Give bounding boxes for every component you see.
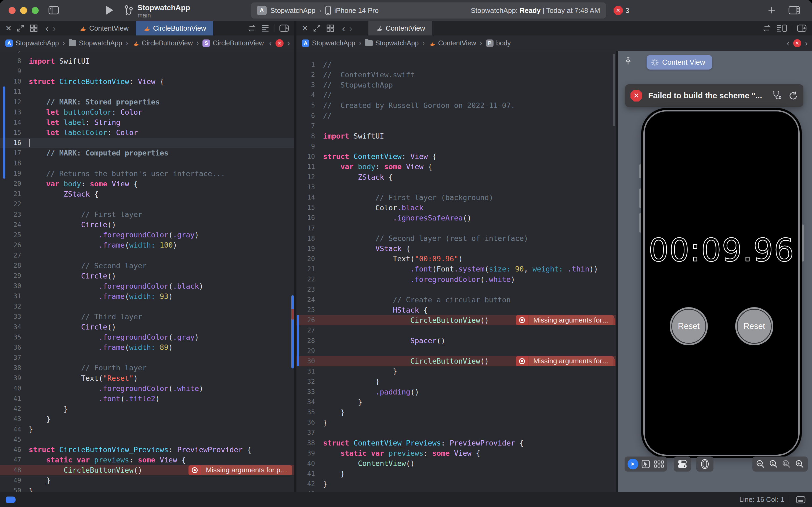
code-line[interactable]: 24 Circle() xyxy=(0,220,294,230)
selectable-mode-button[interactable] xyxy=(641,459,651,469)
code-line[interactable]: 19 VStack { xyxy=(296,243,616,254)
code-line[interactable]: 32 } xyxy=(296,377,616,387)
code-line[interactable]: 37 xyxy=(296,428,616,438)
pane-divider[interactable] xyxy=(294,21,296,492)
code-line[interactable]: 35 } xyxy=(296,407,616,417)
scheme-app-name[interactable]: StopwatchApp xyxy=(271,6,315,15)
next-issue-icon[interactable]: › xyxy=(287,39,290,48)
code-line[interactable]: 43 xyxy=(296,489,616,492)
code-line[interactable]: 19 // Returns the button's user interfac… xyxy=(0,168,294,179)
code-line[interactable]: 27 xyxy=(0,250,294,261)
canvas-divider[interactable] xyxy=(616,51,618,492)
code-line[interactable]: 18 // Second layer (rest of interface) xyxy=(296,233,616,243)
code-line[interactable]: 31 } xyxy=(296,366,616,377)
prev-issue-icon[interactable]: ‹ xyxy=(269,39,272,48)
code-line[interactable]: 29 xyxy=(296,346,616,356)
code-line[interactable]: 48 CircleButtonView()Missing arguments f… xyxy=(0,465,294,475)
code-line[interactable]: 34 } xyxy=(296,397,616,407)
code-line[interactable]: 17 xyxy=(296,223,616,233)
preview-device-button[interactable] xyxy=(696,456,713,471)
close-editor-icon[interactable]: ✕ xyxy=(302,24,308,33)
variants-grid-button[interactable] xyxy=(653,460,664,468)
code-line[interactable]: 29 Circle() xyxy=(0,271,294,281)
code-line[interactable]: 12 ZStack { xyxy=(296,172,616,182)
code-line[interactable]: 16 xyxy=(0,138,294,148)
back-icon[interactable]: ‹ xyxy=(45,23,48,34)
code-line[interactable]: 20 var body: some View { xyxy=(0,179,294,189)
code-line[interactable]: 3// StopwatchApp xyxy=(296,80,616,90)
breadcrumb-symbol[interactable]: S CircleButtonView xyxy=(202,39,264,47)
refresh-icon[interactable] xyxy=(788,91,798,101)
inline-error[interactable]: Missing arguments for… xyxy=(516,315,614,325)
code-line[interactable]: 7 xyxy=(0,51,294,56)
code-line[interactable]: 26 .frame(width: 100) xyxy=(0,240,294,250)
code-line[interactable]: 41 .font(.title2) xyxy=(0,393,294,404)
code-review-icon[interactable] xyxy=(762,24,771,32)
code-line[interactable]: 20 Text("00:09.96") xyxy=(296,254,616,264)
code-line[interactable]: 45 xyxy=(0,435,294,445)
add-editor-icon[interactable] xyxy=(279,24,289,33)
code-line[interactable]: 15 let labelColor: Color xyxy=(0,127,294,138)
zoom-window-button[interactable] xyxy=(32,7,39,14)
next-issue-icon[interactable]: › xyxy=(805,39,808,48)
keyboard-panel-icon[interactable] xyxy=(795,496,806,504)
code-line[interactable]: 40 ContentView() xyxy=(296,458,616,468)
code-line[interactable]: 23 // First layer xyxy=(0,210,294,220)
code-line[interactable]: 11 xyxy=(0,87,294,97)
reset-button-left[interactable]: Reset xyxy=(670,307,708,345)
code-line[interactable]: 46struct CircleButtonView_Previews: Prev… xyxy=(0,445,294,455)
zoom-100-icon[interactable]: 1 xyxy=(769,459,778,469)
code-line[interactable]: 40 .foregroundColor(.white) xyxy=(0,383,294,393)
code-line[interactable]: 38struct ContentView_Previews: PreviewPr… xyxy=(296,438,616,448)
preview-target-pill[interactable]: Content View xyxy=(647,55,712,69)
enter-fullscreen-icon[interactable] xyxy=(312,23,322,33)
code-line[interactable]: 28 Spacer() xyxy=(296,336,616,346)
reset-button-right[interactable]: Reset xyxy=(735,307,773,345)
destination-name[interactable]: iPhone 14 Pro xyxy=(334,6,379,15)
error-dot-icon[interactable]: ✕ xyxy=(793,39,801,47)
minimize-window-button[interactable] xyxy=(20,7,27,14)
code-line[interactable]: 33 // Third layer xyxy=(0,312,294,322)
code-line[interactable]: 6// xyxy=(296,110,616,121)
code-line[interactable]: 43 } xyxy=(0,414,294,424)
minimap-icon[interactable] xyxy=(261,24,270,32)
tab-contentview[interactable]: ContentView xyxy=(72,21,136,36)
code-line[interactable]: 14 // First layer (background) xyxy=(296,192,616,203)
breadcrumb-file[interactable]: ContentView xyxy=(428,39,476,47)
tab-contentview[interactable]: ContentView xyxy=(368,21,432,36)
code-line[interactable]: 21 ZStack { xyxy=(0,189,294,199)
iphone-preview[interactable]: 00:09.96 Reset Reset xyxy=(641,108,802,458)
zoom-in-icon[interactable] xyxy=(795,459,805,469)
code-line[interactable]: 16 .ignoresSafeArea() xyxy=(296,213,616,223)
breadcrumb-symbol[interactable]: P body xyxy=(486,39,511,47)
code-line[interactable]: 26 CircleButtonView()Missing arguments f… xyxy=(296,315,616,325)
code-line[interactable]: 22 .foregroundColor(.white) xyxy=(296,274,616,284)
code-line[interactable]: 21 .font(Font.system(size: 90, weight: .… xyxy=(296,264,616,274)
back-icon[interactable]: ‹ xyxy=(342,23,345,34)
code-line[interactable]: 15 Color.black xyxy=(296,203,616,213)
zoom-fit-icon[interactable] xyxy=(781,459,791,469)
code-line[interactable]: 32 xyxy=(0,301,294,312)
code-line[interactable]: 34 Circle() xyxy=(0,322,294,332)
inline-error[interactable]: Missing arguments for p… xyxy=(188,465,292,475)
code-line[interactable]: 1// xyxy=(296,59,616,69)
prev-issue-icon[interactable]: ‹ xyxy=(787,39,790,48)
code-line[interactable]: 36 .frame(width: 89) xyxy=(0,342,294,353)
error-dot-icon[interactable]: ✕ xyxy=(276,39,284,47)
code-line[interactable]: 47 static var previews: some View { xyxy=(0,455,294,465)
code-line[interactable]: 24 // Create a circular button xyxy=(296,295,616,305)
scrollbar-thumb[interactable] xyxy=(613,54,615,126)
add-button[interactable] xyxy=(767,5,776,15)
code-line[interactable]: 49 } xyxy=(0,475,294,486)
close-editor-icon[interactable]: ✕ xyxy=(5,24,11,33)
code-line[interactable]: 35 .foregroundColor(.gray) xyxy=(0,332,294,342)
code-line[interactable]: 7 xyxy=(296,121,616,131)
editor-options-icon[interactable] xyxy=(776,24,788,32)
code-line[interactable]: 30 .foregroundColor(.black) xyxy=(0,281,294,291)
code-review-icon[interactable] xyxy=(247,24,256,32)
breadcrumb-project[interactable]: A StopwatchApp xyxy=(302,39,355,47)
code-line[interactable]: 30 CircleButtonView()Missing arguments f… xyxy=(296,356,616,366)
breadcrumb-file[interactable]: CircleButtonView xyxy=(132,39,193,47)
code-line[interactable]: 4// xyxy=(296,90,616,100)
code-line[interactable]: 44} xyxy=(0,424,294,434)
